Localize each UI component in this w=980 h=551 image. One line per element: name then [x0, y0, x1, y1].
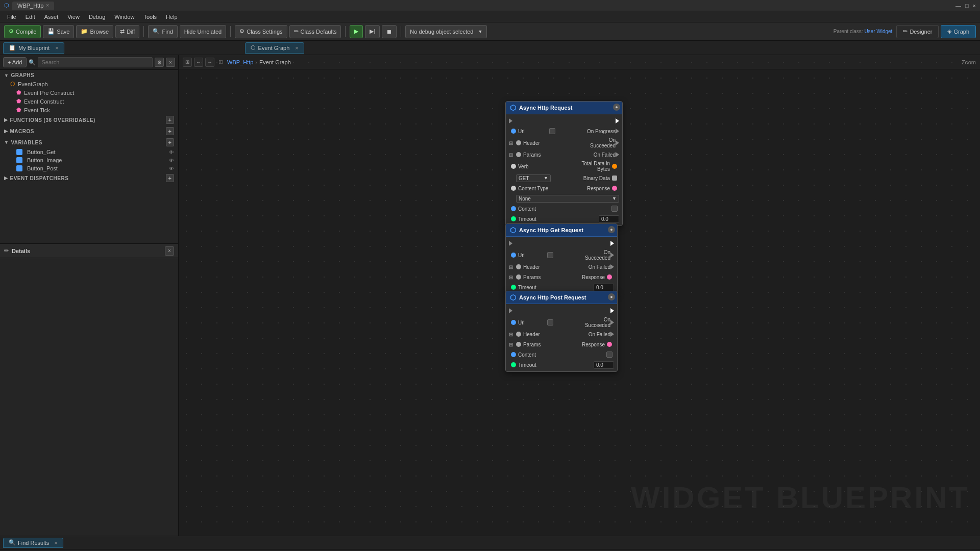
content-type-dropdown-1[interactable]: None ▼ [516, 195, 619, 203]
graph-tab[interactable]: ◈ Graph [941, 25, 976, 38]
event-graph-item[interactable]: ⬡ EventGraph [0, 80, 178, 88]
class-defaults-button[interactable]: ✏ Class Defaults [289, 25, 341, 38]
var-button-post[interactable]: Button_Post 👁 [0, 164, 178, 172]
menu-help[interactable]: Help [162, 13, 182, 21]
event-graph-panel-tab[interactable]: ⬡ Event Graph × [245, 42, 304, 54]
nav-forward-btn[interactable]: → [205, 58, 214, 67]
macros-section-header[interactable]: ▶ MACROS + [0, 126, 178, 137]
content-checkbox-3[interactable] [606, 352, 612, 358]
content-row-1: Content [506, 204, 622, 213]
parent-class-label: Parent class: User Widget [834, 29, 893, 34]
play-step-button[interactable]: ▶| [365, 25, 380, 38]
var-button-image[interactable]: Button_Image 👁 [0, 156, 178, 164]
url-checkbox-3[interactable] [547, 319, 553, 325]
async-http-post-request-node[interactable]: ⬡ Async Http Post Request ● Url On Succ [505, 291, 618, 372]
menu-file[interactable]: File [3, 13, 20, 21]
blueprint-tree: ▼ GRAPHS ⬡ EventGraph ⬟ Event Pre Constr… [0, 70, 178, 243]
menu-window[interactable]: Window [110, 13, 138, 21]
class-settings-button[interactable]: ⚙ Class Settings [235, 25, 287, 38]
browse-button[interactable]: 📁 Browse [76, 25, 113, 38]
event-tick-item[interactable]: ⬟ Event Tick [0, 106, 178, 114]
params-row-3: ⊞ Params Response [506, 340, 617, 349]
variables-chevron: ▼ [4, 140, 9, 145]
variables-add-btn[interactable]: + [166, 138, 174, 146]
find-button[interactable]: 🔍 Find [148, 25, 177, 38]
details-close-btn[interactable]: × [165, 246, 174, 256]
event-construct-item[interactable]: ⬟ Event Construct [0, 97, 178, 106]
on-failed-pin-1 [616, 152, 619, 157]
menu-edit[interactable]: Edit [21, 13, 39, 21]
menu-debug[interactable]: Debug [85, 13, 109, 21]
var-button-get[interactable]: Button_Get 👁 [0, 148, 178, 156]
var-visibility-icon[interactable]: 👁 [169, 149, 174, 155]
params-pin-3 [516, 342, 521, 347]
dispatchers-add-btn[interactable]: + [166, 174, 174, 182]
event-graph-icon: ⬡ [251, 44, 256, 51]
file-tab[interactable]: WBP_Http × [12, 2, 54, 10]
header-pin-2 [516, 264, 521, 269]
async-http-request-node[interactable]: ⬡ Async Http Request ● Url On Progress [505, 101, 623, 226]
timeout-input-1[interactable] [599, 215, 619, 223]
breadcrumb-sep: › [255, 59, 257, 65]
find-results-tab[interactable]: 🔍 Find Results × [3, 538, 63, 548]
my-blueprint-panel-tab[interactable]: 📋 My Blueprint × [3, 42, 64, 54]
designer-icon: ✏ [903, 28, 908, 35]
play-button[interactable]: ▶ [350, 25, 363, 38]
node-close-btn-1[interactable]: ● [613, 104, 620, 111]
event-pre-construct-item[interactable]: ⬟ Event Pre Construct [0, 88, 178, 97]
nav-left-btn[interactable]: ⊞ [183, 58, 192, 67]
compile-button[interactable]: ⚙ Compile [4, 25, 41, 38]
close-panel-btn[interactable]: × [166, 58, 175, 67]
timeout-input-2[interactable] [594, 284, 614, 291]
add-button[interactable]: + Add [3, 57, 27, 67]
maximize-btn[interactable]: □ [965, 3, 969, 9]
breadcrumb-current: Event Graph [259, 59, 291, 65]
menu-view[interactable]: View [63, 13, 84, 21]
var-visibility-icon2[interactable]: 👁 [169, 158, 174, 163]
node-close-btn-2[interactable]: ● [608, 226, 615, 233]
menu-asset[interactable]: Asset [40, 13, 63, 21]
stop-button[interactable]: ⏹ [382, 25, 397, 38]
variables-section-header[interactable]: ▼ VARIABLES + [0, 137, 178, 148]
async-http-get-request-node[interactable]: ⬡ Async Http Get Request ● Url On Succe [505, 223, 618, 294]
menu-tools[interactable]: Tools [139, 13, 161, 21]
graph-area[interactable]: ⊞ ← → ⊞ WBP_Http › Event Graph Zoom ⬡ As… [179, 55, 980, 536]
url-pin-1 [511, 129, 516, 134]
timeout-input-3[interactable] [594, 361, 614, 369]
on-progress-pin-1 [616, 129, 619, 134]
hide-unrelated-button[interactable]: Hide Unrelated [180, 25, 226, 38]
functions-section-header[interactable]: ▶ FUNCTIONS (36 OVERRIDABLE) + [0, 114, 178, 126]
search-input[interactable] [38, 57, 153, 67]
find-results-close[interactable]: × [54, 540, 57, 546]
functions-add-btn[interactable]: + [166, 116, 174, 124]
panel-tab-close[interactable]: × [55, 45, 58, 51]
var-visibility-icon3[interactable]: 👁 [169, 166, 174, 171]
node-header-2: ⬡ Async Http Get Request ● [506, 224, 617, 237]
nav-back-btn[interactable]: ← [194, 58, 203, 67]
url-checkbox-1[interactable] [549, 128, 555, 134]
dispatchers-chevron: ▶ [4, 176, 8, 181]
var-type-icon2 [16, 157, 22, 163]
diff-button[interactable]: ⇄ Diff [115, 25, 139, 38]
url-pin-2 [511, 253, 516, 258]
minimize-btn[interactable]: — [955, 3, 961, 9]
filter-btn[interactable]: ⚙ [155, 58, 164, 67]
tab-close-btn[interactable]: × [46, 3, 49, 8]
event-icon3: ⬟ [16, 107, 21, 113]
macros-add-btn[interactable]: + [166, 127, 174, 135]
header-row-1: ⊞ Header On Succeeded [506, 137, 622, 149]
close-btn[interactable]: × [973, 3, 976, 9]
graphs-section-header[interactable]: ▼ GRAPHS [0, 71, 178, 80]
designer-tab[interactable]: ✏ Designer [896, 25, 939, 38]
breadcrumb-bar: ⊞ ← → ⊞ WBP_Http › Event Graph Zoom [179, 55, 980, 69]
event-dispatchers-section-header[interactable]: ▶ EVENT DISPATCHERS + [0, 172, 178, 184]
breadcrumb-root[interactable]: WBP_Http [227, 59, 253, 65]
sidebar: + Add 🔍 ⚙ × ▼ GRAPHS ⬡ EventGraph ⬟ [0, 55, 179, 536]
url-checkbox-2[interactable] [547, 252, 553, 258]
node-close-btn-3[interactable]: ● [608, 293, 615, 300]
save-button[interactable]: 💾 Save [43, 25, 74, 38]
debug-object-dropdown[interactable]: No debug object selected ▼ [405, 25, 487, 38]
content-checkbox-1[interactable] [611, 206, 618, 212]
verb-dropdown-1[interactable]: GET ▼ [516, 174, 551, 182]
event-graph-tab-close[interactable]: × [295, 45, 298, 51]
